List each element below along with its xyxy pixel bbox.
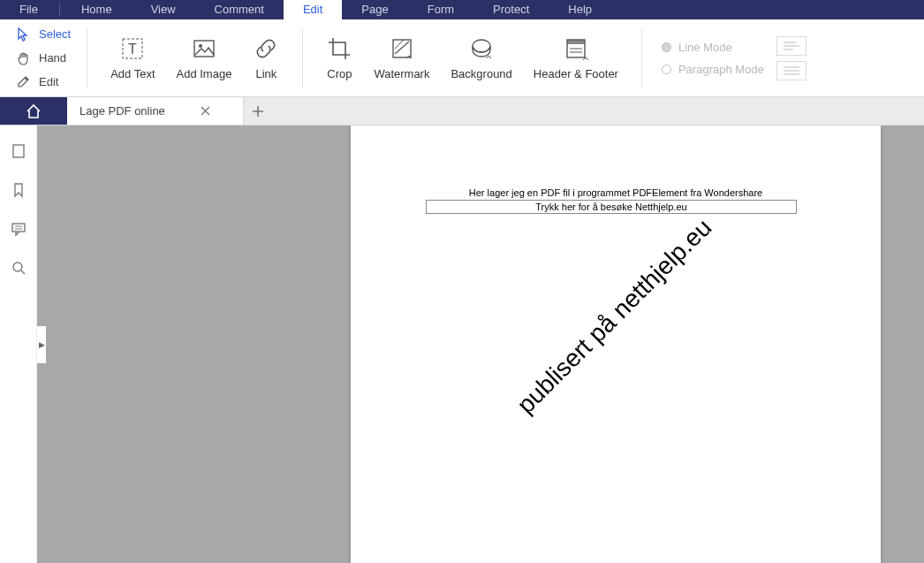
add-image-icon	[191, 35, 217, 62]
radio-icon	[662, 42, 671, 52]
tool-select[interactable]: Select	[12, 24, 74, 45]
align-option-2[interactable]	[776, 61, 807, 80]
new-tab-button[interactable]	[244, 97, 272, 125]
menu-separator	[59, 4, 60, 16]
align-option-1[interactable]	[776, 36, 807, 56]
ribbon-group-cursor: Select Hand Edit	[0, 19, 87, 96]
workspace: ▶ Her lager jeg en PDF fil i programmet …	[0, 126, 924, 563]
tool-hand[interactable]: Hand	[12, 48, 74, 69]
tool-crop-label: Crop	[327, 67, 352, 80]
mode-line[interactable]: Line Mode	[662, 41, 764, 54]
document-tab-title: Lage PDF online	[80, 104, 165, 118]
radio-icon	[662, 65, 671, 74]
tool-edit-label: Edit	[39, 75, 58, 88]
document-canvas[interactable]: ▶ Her lager jeg en PDF fil i programmet …	[37, 126, 924, 563]
edit-icon	[16, 74, 32, 90]
tool-select-label: Select	[39, 27, 71, 41]
crop-icon	[326, 35, 352, 62]
ribbon: Select Hand Edit T Add Text	[0, 19, 924, 97]
search-panel-button[interactable]	[9, 258, 28, 278]
add-text-icon: T	[119, 35, 146, 62]
link-icon	[253, 35, 279, 62]
menu-comment[interactable]: Comment	[195, 0, 284, 19]
watermark-icon	[389, 35, 415, 62]
tool-add-text-label: Add Text	[110, 67, 155, 80]
tool-link[interactable]: Link	[242, 35, 290, 80]
tool-crop[interactable]: Crop	[315, 35, 363, 80]
menu-home[interactable]: Home	[62, 0, 132, 19]
header-footer-icon	[563, 35, 589, 62]
menu-view[interactable]: View	[132, 0, 195, 19]
menu-edit[interactable]: Edit	[284, 0, 342, 19]
tool-link-label: Link	[255, 67, 276, 80]
tool-add-image[interactable]: Add Image	[166, 35, 243, 80]
ribbon-group-mode: Line Mode Paragraph Mode	[642, 19, 824, 96]
svg-line-23	[21, 270, 25, 274]
menu-protect[interactable]: Protect	[473, 0, 549, 19]
page-link-box[interactable]: Trykk her for å besøke Netthjelp.eu	[426, 200, 797, 214]
tool-background[interactable]: Background	[440, 35, 522, 80]
left-rail	[0, 126, 37, 563]
tool-hand-label: Hand	[39, 51, 66, 65]
tool-watermark-label: Watermark	[374, 67, 429, 80]
svg-line-5	[395, 42, 409, 54]
page-watermark-text: publisert på netthjelp.eu	[511, 214, 717, 420]
svg-rect-9	[567, 40, 585, 44]
thumbnails-panel-button[interactable]	[9, 141, 28, 161]
tool-watermark[interactable]: Watermark	[363, 35, 440, 80]
tool-header-footer[interactable]: Header & Footer	[523, 35, 629, 80]
ribbon-group-page: Crop Watermark Background Header & Foote…	[303, 19, 641, 96]
tool-add-image-label: Add Image	[177, 67, 232, 80]
document-tab[interactable]: Lage PDF online	[67, 97, 244, 125]
menu-file[interactable]: File	[0, 0, 57, 19]
hand-icon	[16, 50, 32, 66]
menu-bar: File Home View Comment Edit Page Form Pr…	[0, 0, 924, 19]
tool-add-text[interactable]: T Add Text	[100, 35, 165, 80]
tab-strip: Lage PDF online	[0, 97, 924, 126]
menu-form[interactable]: Form	[408, 0, 473, 19]
home-tab[interactable]	[0, 97, 67, 125]
mode-paragraph-label: Paragraph Mode	[678, 63, 764, 76]
close-tab-button[interactable]	[199, 104, 213, 118]
svg-text:T: T	[128, 42, 137, 57]
background-icon	[468, 35, 495, 62]
panel-expand-handle[interactable]: ▶	[37, 326, 46, 363]
menu-page[interactable]: Page	[342, 0, 407, 19]
svg-rect-18	[13, 145, 24, 157]
mode-paragraph[interactable]: Paragraph Mode	[662, 63, 764, 76]
home-icon	[25, 103, 42, 120]
mode-line-label: Line Mode	[678, 41, 732, 54]
tool-header-footer-label: Header & Footer	[534, 67, 618, 80]
pdf-page[interactable]: Her lager jeg en PDF fil i programmet PD…	[351, 126, 881, 563]
cursor-icon	[16, 27, 32, 42]
svg-rect-19	[12, 224, 25, 232]
bookmarks-panel-button[interactable]	[9, 180, 28, 200]
tool-edit[interactable]: Edit	[12, 72, 74, 93]
menu-help[interactable]: Help	[549, 0, 611, 19]
svg-rect-2	[194, 41, 214, 57]
ribbon-group-insert: T Add Text Add Image Link	[87, 19, 302, 96]
comments-panel-button[interactable]	[9, 219, 28, 239]
tool-background-label: Background	[451, 67, 511, 80]
page-heading-text: Her lager jeg en PDF fil i programmet PD…	[351, 187, 881, 198]
svg-point-22	[13, 262, 22, 271]
svg-point-3	[199, 44, 202, 48]
